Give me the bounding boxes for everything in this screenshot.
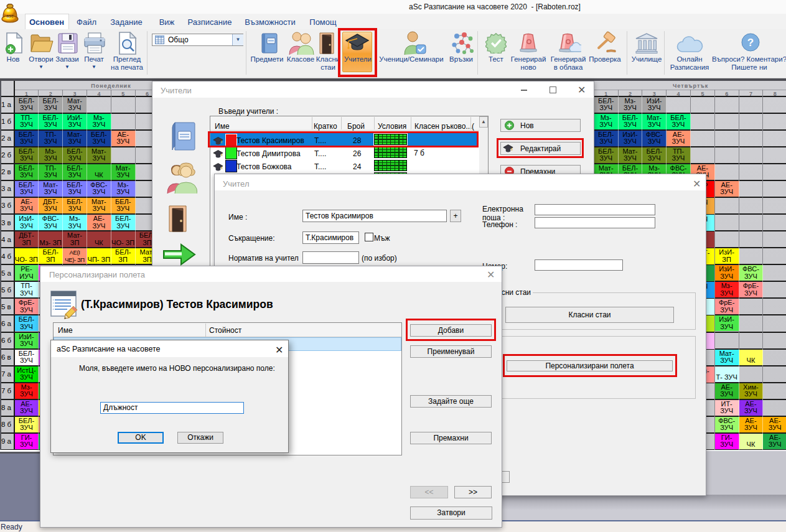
svg-text:asc: asc — [6, 14, 14, 18]
svg-text:?: ? — [747, 37, 754, 49]
